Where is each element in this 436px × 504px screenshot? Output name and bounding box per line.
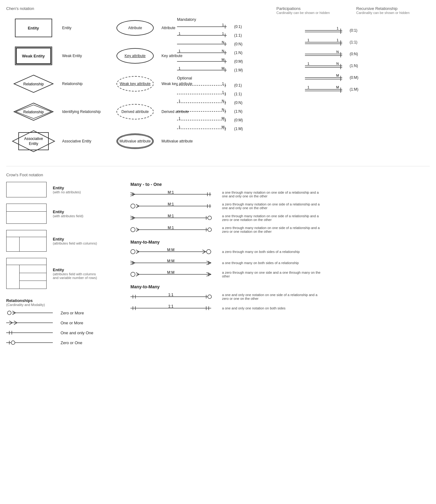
oto-row-1: 1:1 a one and only one notation on one s… (130, 293, 430, 300)
part-row-0-1: 1 (0:1) (177, 24, 302, 30)
svg-line-116 (136, 228, 139, 230)
cf-entity-no-attr-sublabel: (with no attributes) (53, 190, 81, 194)
svg-line-123 (136, 250, 139, 252)
part-row-0-M: M (0:M) (177, 58, 302, 65)
svg-text:M: M (221, 126, 224, 129)
part-notation-1M: (1:M) (234, 68, 243, 72)
mto-row-1: M:1 a one through many notation on one s… (130, 191, 430, 198)
mto-line-2: M:1 (130, 203, 217, 209)
svg-line-86 (14, 323, 17, 325)
crows-section: Crow's Foot notation Entity (with no att… (6, 173, 430, 349)
rel-section-header: Relationships (Cardinality and Modality) (6, 298, 124, 307)
svg-text:M:M: M:M (167, 248, 174, 252)
svg-line-102 (136, 204, 139, 206)
svg-line-103 (136, 206, 139, 208)
opt-row-0M: 1 M (0:M) (177, 117, 302, 123)
part-row-1-1: 1 1 (1:1) (177, 32, 302, 38)
part-line-1M: 1 M (177, 67, 233, 73)
key-attr-shape: Key attribute (116, 48, 154, 64)
oto-desc-1: a one and only one notation on one side … (222, 293, 321, 300)
svg-line-85 (14, 321, 17, 323)
cf-entity-cols (6, 230, 47, 252)
rec-notation-0M: (0:M) (350, 75, 358, 80)
weak-key-shape: Weak key attribute (116, 76, 154, 92)
svg-text:M:1: M:1 (168, 226, 174, 230)
participations-title: Participations (276, 6, 350, 11)
part-line-11: 1 1 (177, 32, 233, 38)
rel-zero-one-row: Zero or One (6, 340, 124, 346)
opt-notation-11: (1:1) (234, 92, 242, 96)
svg-text:M: M (221, 117, 224, 120)
mtm-row-1: M:M a zero through many on both sides of… (130, 248, 430, 255)
rec-notation-0N: (0:N) (350, 52, 358, 56)
svg-line-124 (136, 252, 139, 254)
svg-text:Relationship: Relationship (23, 110, 43, 114)
svg-text:N: N (222, 50, 224, 53)
opt-line-01: 1 (177, 82, 233, 88)
key-attr-label: Key attribute (125, 54, 145, 58)
weak-entity-desc: Weak Entity (61, 54, 110, 58)
oto-row-2: 1:1 a one and only one notation on both … (130, 305, 430, 312)
opt-line-0N: 1 N (177, 100, 233, 106)
opt-notation-1M: (1:M) (234, 127, 243, 131)
opt-notation-0M: (0:M) (234, 118, 243, 122)
rec-line-11: 1 1 (305, 38, 348, 47)
svg-text:1: 1 (222, 32, 224, 35)
svg-point-113 (208, 216, 211, 220)
zero-one-symbol (6, 340, 56, 346)
cf-entity-attr-sublabel: (with attributes field) (53, 214, 83, 218)
svg-text:M: M (221, 67, 224, 70)
part-row-0-N: N (0:N) (177, 41, 302, 47)
svg-text:Entity: Entity (29, 142, 38, 146)
mto-line-3: M:1 (130, 214, 217, 221)
opt-notation-1N: (1:N) (234, 109, 243, 114)
cf-entity-attr (6, 204, 47, 224)
rel-one-only-row: One and only One (6, 330, 124, 336)
recursive-title: Recursive Relationship (356, 6, 430, 11)
weak-entity-label: Weak Entity (22, 54, 45, 58)
cf-entity-no-attr (6, 182, 47, 197)
rec-notation-1N: (1:N) (350, 64, 358, 68)
rel-title: Relationships (6, 298, 124, 303)
svg-text:1: 1 (179, 67, 180, 70)
part-notation-11: (1:1) (234, 33, 242, 38)
zero-one-label: Zero or One (61, 340, 82, 345)
svg-line-139 (136, 272, 139, 274)
mtm-row-2: M:M a one through many on both sides of … (130, 259, 430, 266)
id-relationship-desc: Identifying Relationship (61, 110, 110, 114)
cf-entity-attr-label: Entity (53, 209, 83, 214)
svg-text:1: 1 (179, 117, 180, 120)
svg-text:1: 1 (307, 85, 309, 89)
recursive-subtitle: Cardinality can be shown or hidden (356, 11, 430, 15)
svg-text:1: 1 (337, 38, 338, 42)
cf-entity-attr-row: Entity (with attributes field) (6, 204, 124, 224)
svg-text:1:1: 1:1 (168, 305, 174, 308)
svg-point-138 (131, 272, 135, 277)
rec-line-1M: 1 M (305, 85, 348, 94)
mto-line-1: M:1 (130, 191, 217, 198)
mtm-line-2: M:M (130, 259, 217, 266)
rec-notation-1M: (1:M) (350, 87, 358, 92)
svg-text:1: 1 (179, 50, 180, 53)
one-more-label: One or More (61, 321, 83, 325)
entity-label: Entity (28, 26, 39, 30)
mtm-desc-3: a zero through many on one side and a on… (222, 271, 321, 278)
many-to-many-title: Many-to-Many (130, 240, 430, 245)
rec-line-1N: 1 N (305, 61, 348, 70)
svg-text:1: 1 (307, 38, 309, 42)
mtm-desc-1: a zero through many on both sides of a r… (222, 250, 300, 254)
entity-shape: Entity (15, 19, 52, 37)
cf-entity-varrows-row: Entity (attributes field with columns an… (6, 258, 124, 289)
part-notation-01: (0:1) (234, 25, 242, 29)
mandatory-label: Mandatory (177, 17, 302, 22)
mto-desc-3: a one through many notation on one side … (222, 214, 321, 222)
chens-row-relationship: Relationship Relationship Weak key attri… (6, 73, 171, 95)
rec-line-0M: M (305, 73, 348, 82)
svg-line-80 (12, 311, 16, 313)
cf-entity-varrows-sublabel: (attributes field with columns and varia… (53, 272, 102, 280)
assoc-entity-desc: Associative Entity (61, 139, 110, 143)
assoc-entity-shape: Associative Entity (12, 130, 55, 152)
opt-row-01: 1 (0:1) (177, 82, 302, 88)
mto-desc-1: a one through many notation on one side … (222, 191, 321, 198)
chens-row-id-relationship: Relationship Identifying Relationship De… (6, 101, 171, 123)
